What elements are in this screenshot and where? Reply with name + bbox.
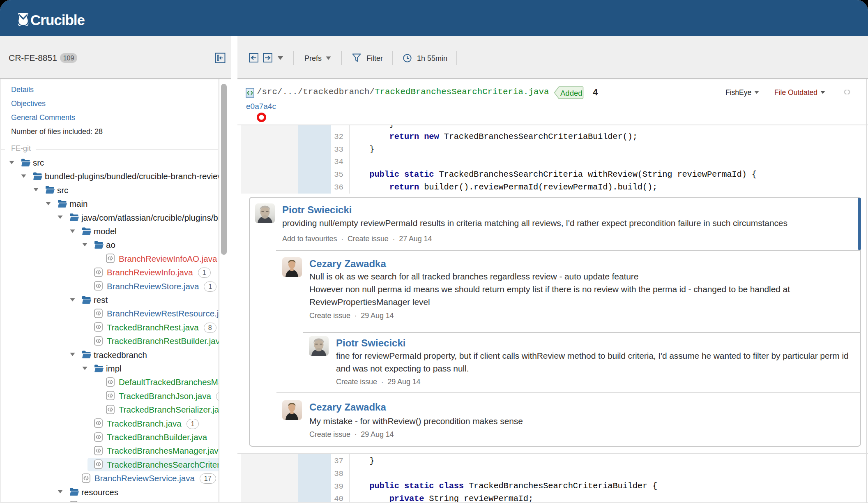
svg-text:Added: Added (560, 89, 583, 97)
